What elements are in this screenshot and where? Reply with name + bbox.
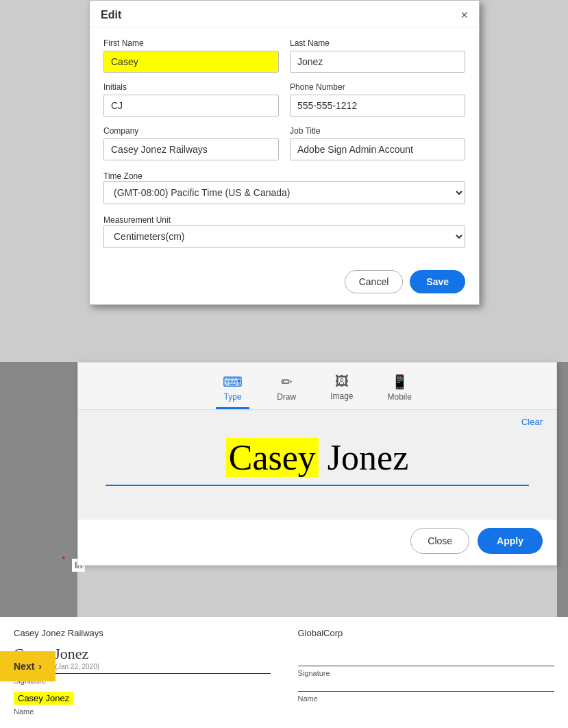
tab-mobile-label: Mobile [388, 392, 412, 402]
left-company: Casey Jonez Railways [14, 628, 271, 638]
tab-mobile[interactable]: 📱 Mobile [381, 369, 419, 409]
clear-button[interactable]: Clear [521, 417, 543, 427]
left-name-box: Casey Jonez [14, 692, 73, 705]
close-button[interactable]: × [460, 9, 468, 21]
initials-phone-row: Initials Phone Number [103, 82, 465, 117]
type-icon: ⌨ [223, 374, 243, 390]
first-name-group: First Name [103, 38, 279, 73]
right-signature-label: Signature [298, 669, 555, 677]
first-name-input[interactable] [103, 51, 279, 73]
modal-footer: Cancel Save [90, 263, 479, 304]
last-name-group: Last Name [290, 38, 465, 73]
draw-icon: ✏ [281, 374, 293, 390]
edit-modal: Edit × First Name Last Name Initials Pho… [89, 0, 480, 305]
phone-input[interactable] [290, 95, 465, 117]
signature-body: Casey Jonez Clear [78, 410, 556, 520]
job-title-label: Job Title [290, 126, 465, 136]
tab-draw[interactable]: ✏ Draw [270, 369, 303, 409]
signature-cursive-part: Jonez [319, 438, 408, 477]
last-name-label: Last Name [290, 38, 465, 48]
timezone-label: Time Zone [103, 171, 143, 181]
next-label: Next [14, 661, 34, 672]
doc-right-column: GlobalCorp Signature Name [284, 628, 555, 716]
tab-type-label: Type [224, 392, 242, 402]
save-button[interactable]: Save [410, 270, 465, 293]
close-signature-button[interactable]: Close [410, 528, 469, 554]
right-signature-underline [298, 666, 555, 666]
document-bottom: Casey Jonez Railways Casey Jonez Casey J… [0, 617, 568, 728]
left-name-label: Name [14, 707, 271, 716]
next-button[interactable]: Next › [0, 651, 55, 681]
initials-label: Initials [103, 82, 279, 92]
signature-baseline [106, 485, 529, 486]
name-row: First Name Last Name [103, 38, 465, 73]
company-group: Company [103, 126, 279, 160]
phone-label: Phone Number [290, 82, 465, 92]
timezone-select[interactable]: (GMT-08:00) Pacific Time (US & Canada) [103, 181, 465, 204]
company-label: Company [103, 126, 279, 136]
gray-left-panel [0, 362, 77, 617]
initials-group: Initials [103, 82, 279, 117]
left-name-box-wrap: Casey Jonez [14, 689, 271, 707]
doc-columns: Casey Jonez Railways Casey Jonez Casey J… [0, 617, 568, 727]
tab-image-label: Image [330, 391, 353, 401]
modal-body: First Name Last Name Initials Phone Numb… [90, 27, 479, 263]
company-jobtitle-row: Company Job Title [103, 126, 465, 160]
mobile-icon: 📱 [391, 374, 408, 390]
tab-image[interactable]: 🖼 Image [323, 369, 360, 409]
signature-display: Casey Jonez [92, 430, 543, 485]
cancel-button[interactable]: Cancel [345, 270, 404, 293]
timezone-group: Time Zone (GMT-08:00) Pacific Time (US &… [103, 170, 465, 204]
phone-group: Phone Number [290, 82, 465, 117]
tab-type[interactable]: ⌨ Type [216, 369, 249, 409]
signature-footer: Close Apply [78, 520, 556, 565]
measurement-select[interactable]: Centimeters(cm) [103, 225, 465, 248]
modal-header: Edit × [90, 1, 479, 27]
next-arrow: › [38, 661, 42, 672]
first-name-label: First Name [103, 38, 279, 48]
required-asterisk: * [62, 554, 65, 565]
right-company: GlobalCorp [298, 628, 555, 638]
signature-panel: ⌨ Type ✏ Draw 🖼 Image 📱 Mobile Casey Jon… [77, 362, 557, 566]
job-title-group: Job Title [290, 126, 465, 160]
initials-input[interactable] [103, 95, 279, 117]
tab-draw-label: Draw [277, 392, 296, 402]
apply-button[interactable]: Apply [478, 528, 543, 554]
job-title-input[interactable] [290, 138, 465, 160]
image-icon: 🖼 [335, 374, 349, 389]
signature-tabs: ⌨ Type ✏ Draw 🖼 Image 📱 Mobile [78, 363, 556, 410]
right-name-label: Name [298, 694, 555, 703]
company-input[interactable] [103, 138, 279, 160]
gray-right-panel [557, 362, 568, 617]
signature-typed-part: Casey [226, 438, 319, 477]
measurement-label: Measurement Unit [103, 215, 171, 225]
measurement-group: Measurement Unit Centimeters(cm) [103, 214, 465, 248]
right-name-underline [298, 691, 555, 692]
last-name-input[interactable] [290, 51, 465, 73]
modal-title: Edit [101, 9, 121, 21]
